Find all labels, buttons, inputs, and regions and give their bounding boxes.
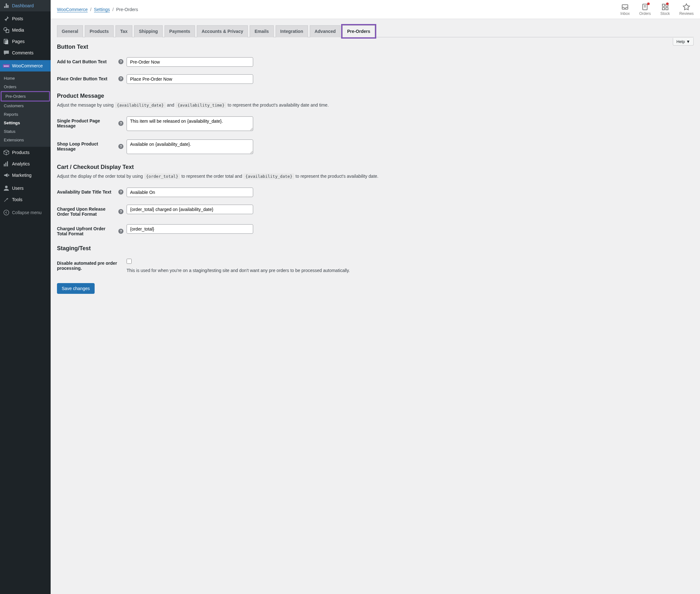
save-button[interactable]: Save changes: [57, 283, 95, 294]
tab-advanced[interactable]: Advanced: [310, 25, 341, 37]
sub-item-orders[interactable]: Orders: [0, 82, 51, 91]
sidebar-item-tools[interactable]: Tools: [0, 194, 51, 205]
reviews-icon: [682, 3, 690, 11]
settings-tabs: General Products Tax Shipping Payments A…: [57, 25, 694, 37]
dashboard-icon: [3, 3, 9, 9]
breadcrumb-settings[interactable]: Settings: [94, 7, 110, 12]
sub-item-extensions[interactable]: Extensions: [0, 136, 51, 144]
input-place-order[interactable]: [127, 74, 253, 84]
topbar: WooCommerce / Settings / Pre-Orders Inbo…: [51, 0, 700, 19]
menu-label: Collapse menu: [12, 210, 41, 215]
topbar-orders[interactable]: Orders: [639, 3, 651, 16]
tab-integration[interactable]: Integration: [276, 25, 308, 37]
sub-item-customers[interactable]: Customers: [0, 102, 51, 110]
product-message-desc: Adjust the message by using {availabilit…: [57, 102, 694, 107]
topbar-stock[interactable]: Stock: [661, 3, 670, 16]
help-icon[interactable]: ?: [118, 59, 123, 64]
sub-item-home[interactable]: Home: [0, 74, 51, 82]
topbar-inbox[interactable]: Inbox: [621, 3, 630, 16]
svg-point-0: [4, 28, 7, 31]
section-product-message: Product Message: [57, 93, 694, 99]
menu-label: Posts: [12, 16, 23, 21]
woo-icon: woo: [3, 63, 9, 69]
label-charged-upfront: Charged Upfront Order Total Format?: [57, 224, 127, 236]
help-icon[interactable]: ?: [118, 190, 123, 195]
section-button-text: Button Text: [57, 44, 694, 50]
sidebar-item-marketing[interactable]: Marketing: [0, 169, 51, 181]
textarea-single-product[interactable]: This item will be released on {availabil…: [127, 117, 253, 131]
svg-rect-5: [5, 163, 6, 166]
tab-preorders[interactable]: Pre-Orders: [342, 25, 375, 37]
tab-emails[interactable]: Emails: [250, 25, 274, 37]
label-charged-release: Charged Upon Release Order Total Format?: [57, 205, 127, 217]
tab-accounts[interactable]: Accounts & Privacy: [197, 25, 248, 37]
svg-rect-14: [666, 8, 668, 10]
sidebar-item-comments[interactable]: Comments: [0, 47, 51, 59]
sidebar-item-analytics[interactable]: Analytics: [0, 158, 51, 169]
checkbox-disable-auto[interactable]: [127, 259, 132, 264]
sidebar-item-products[interactable]: Products: [0, 147, 51, 158]
help-icon[interactable]: ?: [118, 121, 123, 126]
menu-label: Media: [12, 28, 24, 33]
label-add-to-cart: Add to Cart Button Text?: [57, 57, 127, 64]
woocommerce-submenu: Home Orders Pre-Orders Customers Reports…: [0, 71, 51, 147]
sidebar-item-media[interactable]: Media: [0, 24, 51, 36]
sub-item-settings[interactable]: Settings: [0, 119, 51, 127]
label-shop-loop: Shop Loop Product Message?: [57, 139, 127, 152]
svg-point-8: [4, 210, 9, 215]
help-icon[interactable]: ?: [118, 229, 123, 234]
tab-general[interactable]: General: [57, 25, 83, 37]
svg-point-7: [5, 186, 8, 188]
section-staging: Staging/Test: [57, 245, 694, 252]
disable-auto-desc: This is used for when you're on a stagin…: [127, 268, 694, 273]
menu-label: Tools: [12, 197, 23, 202]
input-charged-release[interactable]: [127, 205, 253, 214]
tab-tax[interactable]: Tax: [116, 25, 132, 37]
sub-item-status[interactable]: Status: [0, 127, 51, 136]
users-icon: [3, 185, 9, 191]
page-icon: [3, 38, 9, 44]
menu-label: Dashboard: [12, 3, 34, 8]
label-place-order: Place Order Button Text?: [57, 74, 127, 81]
breadcrumb-current: Pre-Orders: [116, 7, 138, 12]
sidebar-item-dashboard[interactable]: Dashboard: [0, 0, 51, 11]
help-tab[interactable]: Help ▼: [673, 38, 694, 45]
notification-dot: [666, 3, 669, 5]
menu-label: Comments: [12, 50, 34, 55]
input-charged-upfront[interactable]: [127, 224, 253, 234]
svg-rect-4: [4, 164, 5, 166]
analytics-icon: [3, 161, 9, 167]
pin-icon: [3, 15, 9, 22]
inbox-icon: [621, 3, 629, 11]
sidebar-item-users[interactable]: Users: [0, 183, 51, 194]
sidebar-item-pages[interactable]: Pages: [0, 36, 51, 47]
media-icon: [3, 27, 9, 33]
tab-payments[interactable]: Payments: [164, 25, 195, 37]
cart-checkout-desc: Adjust the display of the order total by…: [57, 174, 694, 179]
tab-products[interactable]: Products: [85, 25, 114, 37]
input-avail-title[interactable]: [127, 188, 253, 197]
product-icon: [3, 149, 9, 156]
sidebar-item-posts[interactable]: Posts: [0, 13, 51, 24]
breadcrumb-woocommerce[interactable]: WooCommerce: [57, 7, 88, 12]
label-disable-auto: Disable automated pre order processing.: [57, 259, 127, 271]
comment-icon: [3, 50, 9, 56]
menu-label: Pages: [12, 39, 25, 44]
topbar-icons: Inbox Orders Stock Reviews: [621, 3, 694, 16]
tab-shipping[interactable]: Shipping: [134, 25, 163, 37]
sub-item-preorders[interactable]: Pre-Orders: [1, 91, 50, 102]
input-add-to-cart[interactable]: [127, 57, 253, 67]
sidebar-item-woocommerce[interactable]: woo WooCommerce: [0, 60, 51, 71]
help-icon[interactable]: ?: [118, 76, 123, 81]
textarea-shop-loop[interactable]: Available on {availability_date}.: [127, 139, 253, 154]
label-avail-title: Availability Date Title Text?: [57, 188, 127, 195]
help-icon[interactable]: ?: [118, 144, 123, 149]
sidebar-item-collapse[interactable]: Collapse menu: [0, 207, 51, 218]
sub-item-reports[interactable]: Reports: [0, 110, 51, 119]
notification-dot: [647, 3, 650, 5]
svg-rect-13: [662, 8, 665, 10]
help-icon[interactable]: ?: [118, 209, 123, 214]
topbar-reviews[interactable]: Reviews: [679, 3, 694, 16]
svg-rect-11: [662, 4, 665, 6]
svg-rect-3: [5, 40, 8, 44]
